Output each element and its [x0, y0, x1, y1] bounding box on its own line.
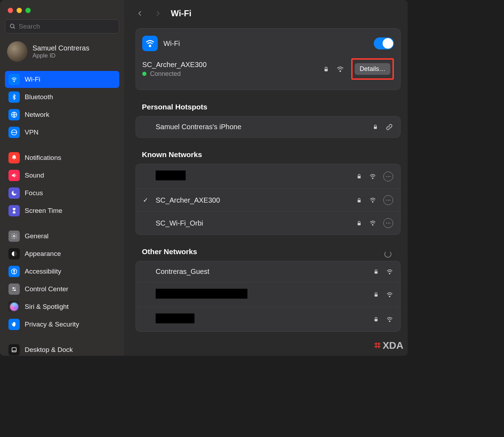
known-networks-card: ⋯ ✓ SC_Archer_AXE300 ⋯ SC_Wi-Fi_Orbi ⋯ [136, 164, 401, 235]
other-row[interactable] [136, 282, 400, 307]
lock-icon [356, 197, 362, 203]
sidebar-item-siri[interactable]: Siri & Spotlight [5, 298, 119, 315]
details-button[interactable]: Details… [355, 63, 390, 75]
status-dot [142, 72, 146, 76]
wifi-signal-icon [386, 291, 393, 298]
sidebar-item-wifi[interactable]: Wi-Fi [5, 71, 119, 88]
svg-rect-18 [374, 127, 377, 129]
svg-point-0 [10, 24, 14, 28]
wifi-signal-icon [336, 65, 344, 73]
sidebar-item-label: Screen Time [25, 207, 62, 215]
account-sub: Apple ID [32, 52, 89, 59]
sidebar-item-network[interactable]: Network [5, 106, 119, 123]
known-row[interactable]: ✓ SC_Archer_AXE300 ⋯ [136, 189, 400, 212]
other-row[interactable]: Contreras_Guest [136, 261, 400, 282]
more-button[interactable]: ⋯ [383, 195, 393, 205]
search-field[interactable] [5, 19, 119, 34]
sidebar-item-controlcenter[interactable]: Control Center [5, 281, 119, 298]
sidebar-item-label: Privacy & Security [25, 321, 79, 328]
back-button[interactable] [136, 8, 145, 19]
sidebar-item-privacy[interactable]: Privacy & Security [5, 316, 119, 333]
svg-point-17 [340, 71, 341, 72]
check-icon: ✓ [143, 196, 154, 204]
sound-icon [8, 170, 20, 181]
hotspots-card: Samuel Contreras's iPhone [136, 116, 401, 138]
svg-point-22 [372, 202, 373, 203]
sidebar-item-screentime[interactable]: Screen Time [5, 202, 119, 219]
lock-icon [372, 124, 378, 130]
sidebar-item-label: Sound [25, 172, 44, 179]
other-row[interactable] [136, 307, 400, 331]
search-icon [10, 23, 16, 30]
lock-icon [373, 292, 379, 298]
sliders-icon [8, 283, 20, 295]
svg-point-10 [13, 288, 14, 289]
known-row[interactable]: ⋯ [136, 164, 400, 189]
sidebar-item-sound[interactable]: Sound [5, 167, 119, 184]
sidebar: Samuel Contreras Apple ID Wi-Fi Bluetoot… [0, 0, 124, 356]
minimize-button[interactable] [17, 8, 22, 13]
sidebar-item-vpn[interactable]: VPN [5, 124, 119, 141]
svg-point-2 [14, 81, 15, 82]
wifi-icon [8, 74, 20, 85]
sidebar-item-bluetooth[interactable]: Bluetooth [5, 89, 119, 106]
accessibility-icon [8, 266, 20, 277]
search-input[interactable] [19, 23, 115, 30]
account-row[interactable]: Samuel Contreras Apple ID [5, 39, 119, 69]
bluetooth-icon [8, 91, 20, 103]
close-button[interactable] [8, 8, 13, 13]
svg-rect-29 [374, 319, 378, 321]
sidebar-item-label: General [25, 232, 49, 240]
hotspot-row[interactable]: Samuel Contreras's iPhone [136, 116, 400, 137]
maximize-button[interactable] [25, 8, 31, 13]
sidebar-item-label: Siri & Spotlight [25, 303, 69, 311]
siri-icon [8, 301, 20, 312]
redacted-text [156, 170, 186, 180]
system-settings-window: Samuel Contreras Apple ID Wi-Fi Bluetoot… [0, 0, 408, 356]
known-row[interactable]: SC_Wi-Fi_Orbi ⋯ [136, 212, 400, 234]
sidebar-item-general[interactable]: General [5, 228, 119, 245]
svg-rect-21 [358, 200, 361, 202]
vpn-icon [8, 127, 20, 138]
known-name [154, 170, 356, 182]
lock-icon [373, 316, 379, 322]
details-highlight: Details… [351, 58, 394, 80]
forward-button[interactable] [153, 8, 162, 19]
sidebar-item-focus[interactable]: Focus [5, 185, 119, 202]
xda-watermark: ⌗ XDA [374, 339, 403, 352]
wifi-tile-icon [142, 36, 158, 51]
sidebar-item-accessibility[interactable]: Accessibility [5, 263, 119, 280]
lock-icon [323, 66, 329, 72]
wifi-status-card: Wi-Fi SC_Archer_AXE300 Connected [136, 28, 401, 90]
svg-point-8 [14, 270, 15, 271]
status-text: Connected [150, 70, 181, 78]
lock-icon [373, 269, 379, 275]
gear-icon [8, 231, 20, 242]
svg-point-28 [389, 296, 390, 297]
lock-icon [356, 220, 362, 226]
redacted-text [156, 313, 194, 323]
more-button[interactable]: ⋯ [383, 172, 393, 181]
more-button[interactable]: ⋯ [383, 218, 393, 228]
sidebar-item-notifications[interactable]: Notifications [5, 149, 119, 166]
svg-point-26 [389, 273, 390, 274]
svg-point-12 [14, 290, 16, 291]
loading-spinner [384, 251, 391, 258]
sidebar-item-desktop[interactable]: Desktop & Dock [5, 341, 119, 356]
moon-icon [8, 187, 20, 199]
sidebar-item-label: Accessibility [25, 268, 61, 275]
sidebar-item-label: Focus [25, 189, 43, 197]
svg-rect-25 [374, 271, 378, 274]
wifi-signal-icon [369, 173, 376, 180]
svg-point-15 [149, 45, 151, 47]
bell-icon [8, 152, 20, 163]
svg-rect-16 [324, 69, 328, 71]
other-title: Other Networks [142, 247, 197, 256]
xda-text: XDA [383, 340, 403, 351]
sidebar-item-appearance[interactable]: Appearance [5, 245, 119, 262]
network-icon [8, 109, 20, 120]
wifi-label: Wi-Fi [163, 40, 368, 48]
wifi-toggle[interactable] [374, 37, 394, 49]
lock-icon [356, 173, 362, 179]
main-panel: Wi-Fi Wi-Fi SC_Archer_AXE300 Connected [124, 0, 408, 356]
